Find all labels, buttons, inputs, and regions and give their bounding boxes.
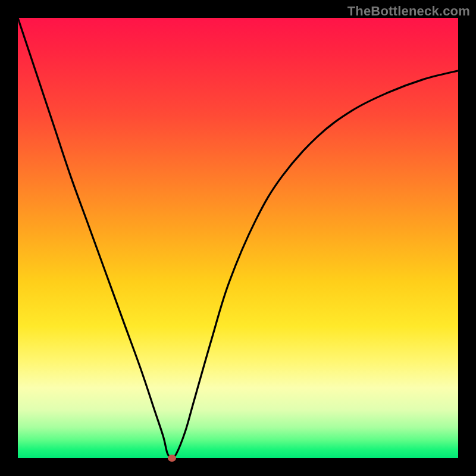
chart-frame: TheBottleneck.com xyxy=(0,0,476,476)
optimal-point-marker xyxy=(168,455,176,462)
bottleneck-curve xyxy=(18,18,458,458)
watermark-label: TheBottleneck.com xyxy=(347,4,470,19)
plot-area xyxy=(18,18,458,458)
